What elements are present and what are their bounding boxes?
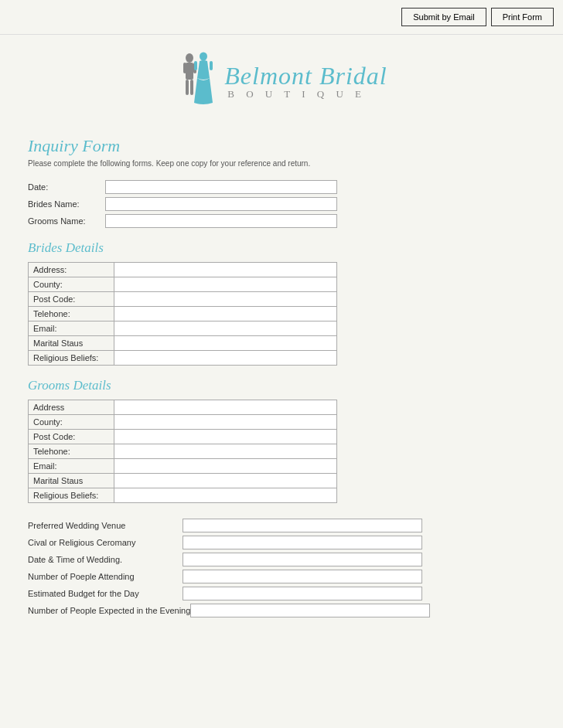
table-row: Email:	[29, 459, 337, 474]
grooms-name-row: Grooms Name:	[28, 214, 535, 228]
bride-postcode-label: Post Code:	[29, 292, 114, 307]
table-row: Marital Staus	[29, 336, 337, 351]
form-title: Inquiry Form	[28, 136, 535, 156]
page: Submit by Email Print Form	[0, 0, 563, 728]
table-row: Post Code:	[29, 292, 337, 307]
print-form-button[interactable]: Print Form	[491, 8, 554, 26]
groom-telephone-label: Telehone:	[29, 444, 114, 459]
table-row: Telehone:	[29, 444, 337, 459]
groom-marital-label: Marital Staus	[29, 474, 114, 488]
groom-email-label: Email:	[29, 459, 114, 474]
ceremony-field[interactable]	[183, 536, 422, 549]
form-content: Inquiry Form Please complete the followi…	[0, 122, 563, 636]
bride-email-label: Email:	[29, 321, 114, 336]
logo-area: Belmont Bridal B O U T I Q U E	[176, 49, 387, 114]
evening-row: Number of People Expected in the Evening	[28, 604, 535, 617]
attending-label: Number of Poeple Attending	[28, 572, 183, 581]
venue-row: Preferred Wedding Venue	[28, 519, 535, 532]
form-subtitle: Please complete the following forms. Kee…	[28, 159, 535, 168]
brand-sub: B O U T I Q U E	[227, 88, 366, 100]
header: Belmont Bridal B O U T I Q U E	[0, 35, 563, 122]
svg-rect-7	[194, 61, 197, 70]
svg-rect-1	[186, 63, 193, 80]
bride-address-label: Address:	[29, 263, 114, 277]
date-field[interactable]	[105, 180, 337, 194]
grooms-table: Address County: Post Code: Telehone: Ema…	[28, 400, 337, 503]
logo-figure	[176, 49, 218, 114]
attending-row: Number of Poeple Attending	[28, 570, 535, 583]
groom-county-label: County:	[29, 415, 114, 430]
ceremony-label: Cival or Religious Ceromany	[28, 538, 183, 547]
table-row: Marital Staus	[29, 474, 337, 488]
groom-marital-field[interactable]	[114, 474, 337, 488]
date-label: Date:	[28, 182, 105, 192]
table-row: Religious Beliefs:	[29, 488, 337, 503]
groom-telephone-field[interactable]	[114, 444, 337, 458]
attending-field[interactable]	[183, 570, 422, 583]
table-row: Religious Beliefs:	[29, 351, 337, 366]
wedding-date-field[interactable]	[183, 553, 422, 566]
table-row: County:	[29, 415, 337, 430]
budget-field[interactable]	[183, 587, 422, 600]
groom-religion-field[interactable]	[114, 488, 337, 502]
ceremony-row: Cival or Religious Ceromany	[28, 536, 535, 549]
table-row: Telehone:	[29, 307, 337, 321]
svg-point-0	[186, 53, 193, 63]
table-row: Email:	[29, 321, 337, 336]
groom-county-field[interactable]	[114, 415, 337, 429]
date-row: Date:	[28, 180, 535, 194]
svg-rect-3	[190, 80, 193, 95]
bride-email-field[interactable]	[114, 321, 337, 335]
groom-address-field[interactable]	[114, 400, 337, 414]
bride-marital-label: Marital Staus	[29, 336, 114, 351]
logo-icon	[176, 49, 218, 114]
brides-table: Address: County: Post Code: Telehone: Em…	[28, 262, 337, 366]
svg-rect-4	[183, 63, 186, 73]
table-row: Address:	[29, 263, 337, 277]
budget-row: Estimated Budget for the Day	[28, 587, 535, 600]
bride-telephone-label: Telehone:	[29, 307, 114, 321]
evening-field[interactable]	[190, 604, 430, 617]
grooms-section-title: Grooms Details	[28, 378, 535, 393]
bride-telephone-field[interactable]	[114, 307, 337, 321]
groom-postcode-label: Post Code:	[29, 430, 114, 444]
bride-marital-field[interactable]	[114, 336, 337, 350]
bride-religion-field[interactable]	[114, 351, 337, 365]
svg-point-6	[200, 53, 207, 61]
venue-field[interactable]	[183, 519, 422, 532]
table-row: County:	[29, 277, 337, 292]
submit-email-button[interactable]: Submit by Email	[401, 8, 486, 26]
brides-name-label: Brides Name:	[28, 199, 105, 209]
table-row: Address	[29, 400, 337, 415]
grooms-name-label: Grooms Name:	[28, 216, 105, 226]
budget-label: Estimated Budget for the Day	[28, 589, 183, 598]
svg-rect-8	[210, 61, 213, 70]
bride-religion-label: Religious Beliefs:	[29, 351, 114, 366]
bride-postcode-field[interactable]	[114, 292, 337, 306]
brides-section-title: Brides Details	[28, 240, 535, 256]
groom-postcode-field[interactable]	[114, 430, 337, 444]
evening-label: Number of People Expected in the Evening	[28, 606, 190, 615]
bride-address-field[interactable]	[114, 263, 337, 277]
general-fields: Date: Brides Name: Grooms Name:	[28, 180, 535, 228]
brides-name-field[interactable]	[105, 197, 337, 211]
wedding-date-label: Date & Time of Wedding.	[28, 555, 183, 564]
top-bar: Submit by Email Print Form	[0, 0, 563, 35]
bride-county-field[interactable]	[114, 277, 337, 291]
groom-address-label: Address	[29, 400, 114, 415]
grooms-name-field[interactable]	[105, 214, 337, 228]
groom-email-field[interactable]	[114, 459, 337, 473]
table-row: Post Code:	[29, 430, 337, 444]
brand-main: Belmont Bridal	[224, 63, 387, 90]
svg-rect-2	[186, 80, 189, 95]
bride-county-label: County:	[29, 277, 114, 292]
wedding-details: Preferred Wedding Venue Cival or Religio…	[28, 519, 535, 621]
logo-text: Belmont Bridal B O U T I Q U E	[224, 63, 387, 100]
brides-name-row: Brides Name:	[28, 197, 535, 211]
wedding-date-row: Date & Time of Wedding.	[28, 553, 535, 566]
groom-religion-label: Religious Beliefs:	[29, 488, 114, 503]
venue-label: Preferred Wedding Venue	[28, 521, 183, 530]
